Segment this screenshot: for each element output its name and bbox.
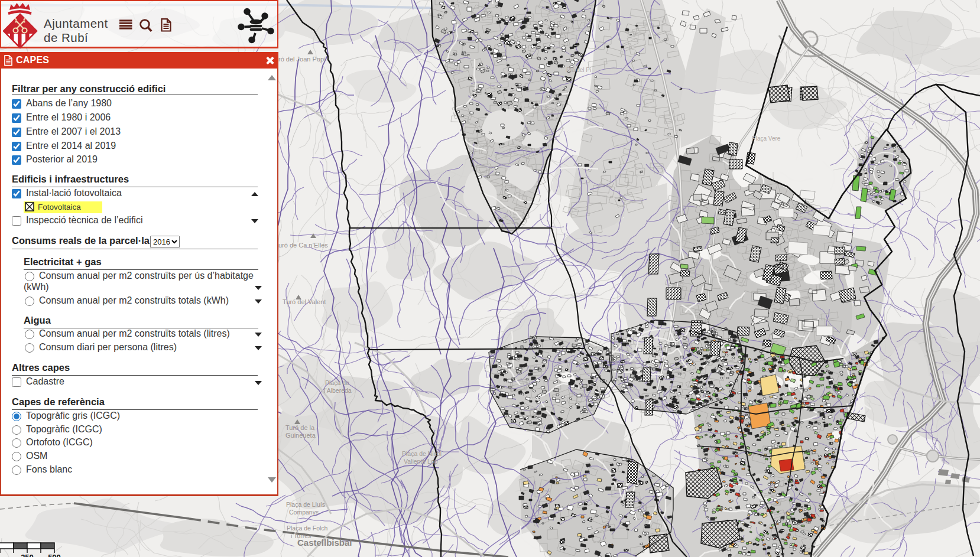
svg-text:Valiente Lop: Valiente Lop [404,458,438,465]
svg-text:Turó de la: Turó de la [285,424,315,431]
svg-text:Plaça de Folch: Plaça de Folch [287,525,328,532]
svg-text:Guineueta: Guineueta [285,432,316,439]
svg-text:Plaça Vere: Plaça Vere [752,135,781,142]
svg-text:500: 500 [48,553,61,557]
svg-text:Plaça de Lluís: Plaça de Lluís [286,501,325,508]
svg-text:Plaça de Nicol: Plaça de Nicol [402,450,442,457]
svg-text:uró de Ca n’Elles: uró de Ca n’Elles [278,242,328,249]
svg-text:l’Albereda: l’Albereda [324,387,352,394]
svg-text:Turó del Valent: Turó del Valent [283,298,326,305]
svg-text:250: 250 [21,553,34,557]
svg-text:Castellbisbal: Castellbisbal [297,538,352,548]
svg-text:Companys: Companys [289,509,319,516]
svg-text:ró del Joan Popí: ró del Joan Popí [278,56,326,63]
svg-text:Plaça de: Plaça de [325,379,349,386]
svg-text:Pla del Pi: Pla del Pi [566,67,591,73]
